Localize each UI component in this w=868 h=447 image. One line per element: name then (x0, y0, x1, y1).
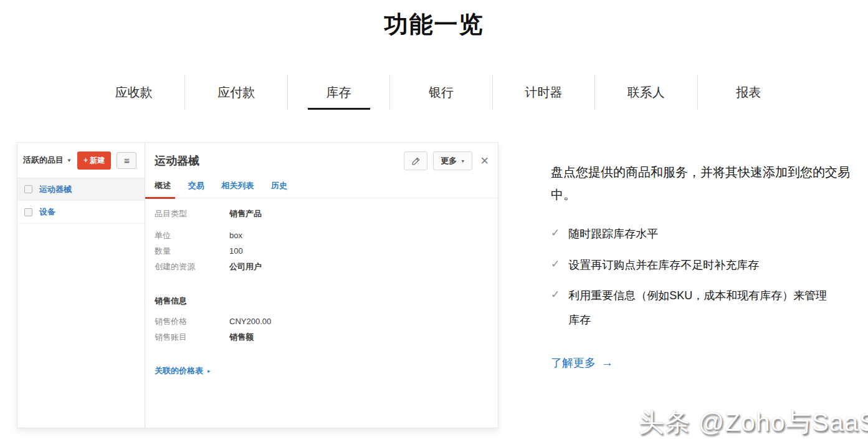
list-item-label: 设备 (39, 206, 55, 218)
list-item-sports-equipment[interactable]: 运动器械 (17, 178, 145, 201)
tab-banking[interactable]: 银行 (389, 75, 492, 110)
detail-actions: 更多 ▼ × (404, 151, 489, 170)
tab-timer[interactable]: 计时器 (492, 75, 594, 110)
chevron-down-icon: ▼ (460, 159, 465, 163)
item-filter-label: 活跃的品目 (23, 155, 64, 166)
tab-inventory[interactable]: 库存 (287, 75, 389, 110)
tab-history[interactable]: 历史 (271, 180, 287, 191)
new-item-button[interactable]: + 新建 (77, 151, 111, 170)
tab-receivables[interactable]: 应收款 (83, 75, 184, 110)
item-filter-dropdown[interactable]: 活跃的品目 ▼ (23, 155, 72, 166)
item-detail-panel: 运动器械 更多 ▼ × 概述 交易 (145, 143, 498, 428)
feature-description-column: 盘点您提供的商品和服务，并将其快速添加到您的交易中。 ✓ 随时跟踪库存水平 ✓ … (551, 161, 851, 370)
price-list-link[interactable]: 关联的价格表 ▸ (155, 365, 211, 377)
tab-transactions[interactable]: 交易 (188, 180, 204, 191)
tab-related-lists[interactable]: 相关列表 (221, 180, 254, 191)
tab-overview[interactable]: 概述 (155, 180, 171, 191)
sidebar-header: 活跃的品目 ▼ + 新建 ≡ (17, 143, 145, 178)
detail-body: 品目类型 销售产品 单位 box 数量 100 创建的资源 公司用户 销售信息 (145, 198, 498, 377)
tab-payables[interactable]: 应付款 (184, 75, 287, 110)
check-icon: ✓ (551, 222, 560, 246)
list-options-button[interactable]: ≡ (117, 152, 136, 169)
list-item-equipment[interactable]: 设备 (17, 201, 145, 224)
triangle-right-icon: ▸ (207, 368, 211, 374)
feature-bullet: ✓ 随时跟踪库存水平 (551, 222, 851, 246)
learn-more-link[interactable]: 了解更多 → (551, 355, 613, 370)
feature-bullet: ✓ 利用重要信息（例如SKU，成本和现有库存）来管理库存 (551, 284, 851, 332)
page-title: 功能一览 (0, 9, 868, 41)
feature-bullet: ✓ 设置再订购点并在库存不足时补充库存 (551, 253, 851, 277)
close-icon[interactable]: × (480, 154, 489, 168)
active-tab-underline (145, 197, 175, 199)
field-selling-price: 销售价格 CNY200.00 (155, 317, 489, 327)
watermark: 头条 @Zoho与SaaS (638, 405, 868, 440)
field-sales-account: 销售账目 销售额 (155, 332, 489, 342)
field-created-source: 创建的资源 公司用户 (155, 262, 489, 272)
check-icon: ✓ (551, 284, 560, 332)
feature-description: 盘点您提供的商品和服务，并将其快速添加到您的交易中。 (551, 161, 851, 206)
feature-bullet-list: ✓ 随时跟踪库存水平 ✓ 设置再订购点并在库存不足时补充库存 ✓ 利用重要信息（… (551, 222, 851, 332)
tab-reports[interactable]: 报表 (697, 75, 799, 110)
menu-icon: ≡ (124, 156, 130, 165)
item-checkbox[interactable] (24, 185, 32, 193)
field-unit: 单位 box (155, 231, 489, 241)
field-quantity: 数量 100 (155, 246, 489, 256)
chevron-down-icon: ▼ (67, 158, 72, 163)
item-title: 运动器械 (155, 153, 199, 168)
detail-tab-bar: 概述 交易 相关列表 历史 (145, 180, 498, 198)
sales-info-section-title: 销售信息 (155, 296, 489, 307)
arrow-right-icon: → (601, 356, 613, 370)
page: 功能一览 应收款 应付款 库存 银行 计时器 联系人 报表 活跃的品目 ▼ + … (0, 0, 868, 447)
more-button[interactable]: 更多 ▼ (433, 151, 472, 170)
inventory-app-screenshot: 活跃的品目 ▼ + 新建 ≡ 运动器械 设备 运动器械 (17, 142, 498, 428)
field-item-type: 品目类型 销售产品 (155, 209, 489, 219)
pencil-icon (411, 156, 421, 166)
feature-tab-bar: 应收款 应付款 库存 银行 计时器 联系人 报表 (83, 75, 799, 110)
edit-button[interactable] (404, 151, 427, 170)
item-checkbox[interactable] (24, 208, 32, 216)
detail-header: 运动器械 更多 ▼ × (145, 143, 498, 174)
list-item-label: 运动器械 (39, 184, 72, 195)
check-icon: ✓ (551, 253, 560, 277)
tab-contacts[interactable]: 联系人 (594, 75, 697, 110)
item-list-sidebar: 活跃的品目 ▼ + 新建 ≡ 运动器械 设备 (17, 143, 145, 428)
